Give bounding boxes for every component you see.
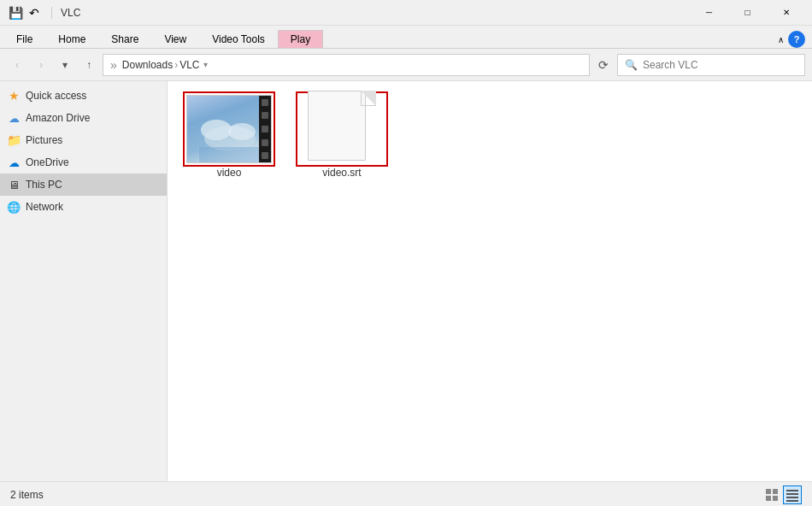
search-box: 🔍 bbox=[617, 54, 805, 76]
svg-rect-8 bbox=[786, 490, 798, 491]
srt-icon-display bbox=[308, 91, 376, 168]
svg-rect-6 bbox=[766, 496, 771, 501]
sidebar-item-this-pc[interactable]: 🖥 This PC bbox=[0, 174, 167, 196]
svg-rect-9 bbox=[786, 493, 798, 495]
tab-share[interactable]: Share bbox=[98, 29, 151, 48]
tab-home[interactable]: Home bbox=[45, 29, 98, 48]
svg-point-1 bbox=[201, 120, 232, 140]
address-path[interactable]: » Downloads › VLC ▾ bbox=[103, 54, 590, 76]
video-thumbnail bbox=[186, 95, 272, 163]
tab-videotools[interactable]: Video Tools bbox=[199, 29, 278, 48]
file-video-name: video bbox=[217, 167, 242, 179]
ribbon: File Home Share View Video Tools Play ∧ … bbox=[0, 26, 812, 49]
large-icons-icon bbox=[765, 488, 779, 502]
content-area: video video.srt bbox=[168, 81, 812, 481]
sidebar-label-amazon-drive: Amazon Drive bbox=[26, 112, 90, 124]
details-view-button[interactable] bbox=[783, 485, 802, 504]
film-hole bbox=[262, 99, 268, 106]
file-srt-name: video.srt bbox=[322, 167, 361, 179]
cloud-visual bbox=[199, 96, 261, 163]
video-thumb-display bbox=[186, 95, 272, 163]
svg-rect-5 bbox=[773, 489, 778, 494]
item-count: 2 items bbox=[10, 489, 44, 501]
main-layout: ★ Quick access ☁ Amazon Drive 📁 Pictures… bbox=[0, 81, 812, 481]
network-icon: 🌐 bbox=[7, 200, 21, 214]
sidebar-label-onedrive: OneDrive bbox=[26, 156, 69, 168]
back-button[interactable]: ‹ bbox=[7, 55, 27, 75]
film-hole bbox=[262, 152, 268, 159]
minimize-button[interactable]: ─ bbox=[690, 0, 728, 26]
film-strip-right bbox=[259, 96, 271, 162]
film-hole bbox=[262, 126, 268, 132]
file-item-srt[interactable]: video.srt bbox=[291, 91, 393, 182]
quick-access-bar: 💾 ↶ bbox=[7, 4, 43, 21]
ribbon-expand: ∧ ? bbox=[773, 31, 809, 48]
window-controls: ─ □ ✕ bbox=[690, 0, 805, 26]
svg-point-2 bbox=[228, 123, 256, 140]
sidebar-item-quick-access[interactable]: ★ Quick access bbox=[0, 85, 167, 107]
path-dropdown[interactable]: ▾ bbox=[203, 60, 208, 69]
help-button[interactable]: ? bbox=[788, 31, 805, 48]
app-title: VLC bbox=[61, 7, 80, 19]
sidebar-label-this-pc: This PC bbox=[26, 179, 62, 191]
ribbon-expand-button[interactable]: ∧ bbox=[773, 32, 788, 47]
onedrive-icon: ☁ bbox=[7, 156, 21, 169]
srt-thumbnail bbox=[299, 95, 385, 163]
path-downloads: Downloads bbox=[122, 59, 173, 71]
srt-page bbox=[308, 91, 366, 161]
sidebar: ★ Quick access ☁ Amazon Drive 📁 Pictures… bbox=[0, 81, 168, 481]
svg-rect-7 bbox=[773, 496, 778, 501]
path-vlc: VLC bbox=[179, 59, 199, 71]
undo-icon[interactable]: ↶ bbox=[26, 4, 43, 21]
tab-view[interactable]: View bbox=[151, 29, 199, 48]
large-icons-view-button[interactable] bbox=[762, 485, 781, 504]
details-icon bbox=[786, 488, 799, 502]
sidebar-label-quick-access: Quick access bbox=[26, 90, 86, 102]
sidebar-item-pictures[interactable]: 📁 Pictures bbox=[0, 129, 167, 151]
refresh-button[interactable]: ⟳ bbox=[593, 55, 614, 75]
title-bar: 💾 ↶ VLC ─ □ ✕ bbox=[0, 0, 812, 26]
address-bar: ‹ › ▾ ↑ » Downloads › VLC ▾ ⟳ 🔍 bbox=[0, 49, 812, 81]
svg-rect-3 bbox=[199, 147, 261, 163]
close-button[interactable]: ✕ bbox=[767, 0, 805, 26]
search-input[interactable] bbox=[643, 59, 797, 71]
amazon-icon: ☁ bbox=[7, 111, 21, 125]
quickaccess-icon: ★ bbox=[7, 89, 21, 103]
path-separator-1: › bbox=[174, 59, 178, 71]
svg-rect-4 bbox=[766, 489, 771, 494]
tab-file[interactable]: File bbox=[3, 29, 45, 48]
srt-fold-inner bbox=[361, 91, 376, 106]
sidebar-label-network: Network bbox=[26, 201, 63, 213]
sidebar-item-onedrive[interactable]: ☁ OneDrive bbox=[0, 151, 167, 174]
save-icon[interactable]: 💾 bbox=[7, 4, 24, 21]
sidebar-label-pictures: Pictures bbox=[26, 134, 62, 146]
svg-rect-11 bbox=[786, 500, 798, 502]
ribbon-tabs: File Home Share View Video Tools Play ∧ … bbox=[0, 26, 812, 48]
film-hole bbox=[262, 112, 268, 119]
status-bar: 2 items bbox=[0, 481, 812, 506]
search-icon: 🔍 bbox=[625, 59, 638, 71]
title-bar-left: 💾 ↶ VLC bbox=[7, 4, 80, 21]
tab-play[interactable]: Play bbox=[278, 30, 323, 49]
sidebar-item-network[interactable]: 🌐 Network bbox=[0, 196, 167, 218]
forward-button[interactable]: › bbox=[31, 55, 51, 75]
recent-locations-button[interactable]: ▾ bbox=[55, 55, 75, 75]
pictures-folder-icon: 📁 bbox=[7, 133, 21, 147]
svg-rect-10 bbox=[786, 497, 798, 498]
up-button[interactable]: ↑ bbox=[79, 55, 99, 75]
sidebar-item-amazon-drive[interactable]: ☁ Amazon Drive bbox=[0, 107, 167, 129]
file-item-video[interactable]: video bbox=[178, 91, 280, 182]
this-pc-icon: 🖥 bbox=[7, 178, 21, 191]
view-icons bbox=[762, 485, 802, 504]
maximize-button[interactable]: □ bbox=[728, 0, 767, 26]
film-hole bbox=[262, 139, 268, 146]
